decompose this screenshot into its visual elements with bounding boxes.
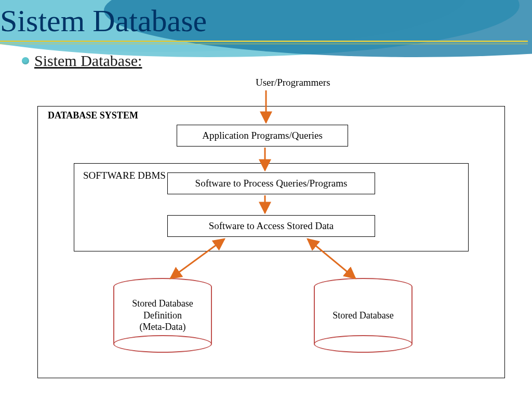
diagram: User/Programmers DATABASE SYSTEM Applica… [17, 77, 515, 389]
label-database-system: DATABASE SYSTEM [48, 110, 138, 121]
bullet-heading: Sistem Database: [34, 52, 142, 70]
box-process-queries: Software to Process Queries/Programs [167, 172, 375, 194]
label-users: User/Programmers [256, 77, 330, 88]
cylinder-meta-data: Stored Database Definition(Meta-Data) [113, 287, 212, 344]
title-underline [0, 41, 528, 44]
slide-title: Sistem Database [0, 5, 207, 36]
cylinder-stored-database: Stored Database [314, 287, 413, 344]
label-software-dbms: SOFTWARE DBMS [83, 169, 166, 182]
box-process-queries-label: Software to Process Queries/Programs [195, 178, 348, 189]
cylinder-cap-icon [314, 335, 413, 353]
cylinder-meta-data-label: Stored Database Definition(Meta-Data) [114, 298, 211, 333]
bullet-dot-icon [22, 57, 29, 64]
box-access-data-label: Software to Access Stored Data [209, 220, 334, 232]
cylinder-stored-database-label: Stored Database [332, 310, 393, 322]
bullet-row: Sistem Database: [22, 52, 142, 70]
box-application-programs-label: Application Programs/Queries [202, 130, 323, 141]
box-application-programs: Application Programs/Queries [177, 125, 348, 147]
cylinder-cap-icon [113, 335, 212, 353]
box-access-data: Software to Access Stored Data [167, 215, 375, 237]
label-software-dbms-text: SOFTWARE DBMS [83, 170, 166, 181]
